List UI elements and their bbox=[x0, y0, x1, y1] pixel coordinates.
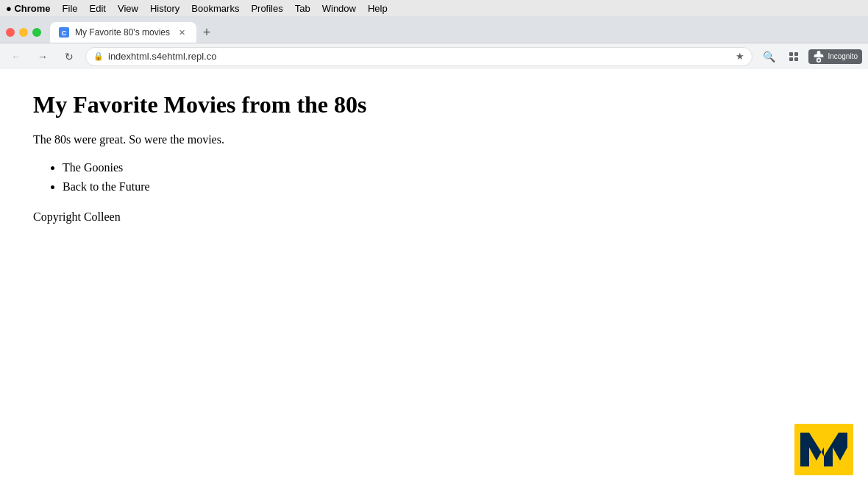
incognito-label: Incognito bbox=[828, 52, 858, 60]
page-content: My Favorite Movies from the 80s The 80s … bbox=[0, 69, 868, 490]
menu-profiles[interactable]: Profiles bbox=[251, 3, 282, 14]
window-controls bbox=[6, 28, 41, 37]
lock-icon: 🔒 bbox=[93, 52, 104, 61]
tab-title: My Favorite 80's movies bbox=[75, 27, 170, 38]
copyright-text: Copyright Colleen bbox=[33, 210, 835, 224]
incognito-badge: Incognito bbox=[808, 49, 862, 64]
close-button[interactable] bbox=[6, 28, 15, 37]
svg-rect-3 bbox=[794, 52, 798, 56]
menu-tab[interactable]: Tab bbox=[295, 3, 310, 14]
search-icon[interactable]: 🔍 bbox=[758, 46, 779, 67]
reload-button[interactable]: ↻ bbox=[59, 46, 79, 67]
page-description: The 80s were great. So were the movies. bbox=[33, 133, 835, 146]
movie-list: The Goonies Back to the Future bbox=[63, 158, 835, 196]
menu-help[interactable]: Help bbox=[368, 3, 388, 14]
bookmark-star-icon[interactable]: ★ bbox=[736, 51, 744, 62]
tab-bar: C My Favorite 80's movies ✕ + bbox=[0, 16, 868, 43]
tab-favicon: C bbox=[59, 27, 69, 38]
url-text: indexhtml.s4ehtml.repl.co bbox=[108, 51, 731, 62]
menu-edit[interactable]: Edit bbox=[90, 3, 106, 14]
toolbar-right: 🔍 Incognito bbox=[758, 46, 862, 67]
svg-rect-2 bbox=[789, 52, 793, 56]
forward-button[interactable]: → bbox=[32, 46, 53, 67]
active-tab[interactable]: C My Favorite 80's movies ✕ bbox=[50, 22, 196, 43]
list-item: Back to the Future bbox=[63, 177, 835, 196]
chrome-window: C My Favorite 80's movies ✕ + ← → ↻ 🔒 in… bbox=[0, 16, 868, 490]
menu-history[interactable]: History bbox=[150, 3, 179, 14]
michigan-logo bbox=[794, 424, 853, 475]
page-title: My Favorite Movies from the 80s bbox=[33, 91, 835, 118]
new-tab-button[interactable]: + bbox=[196, 22, 217, 43]
menu-app-name: ● Chrome bbox=[6, 3, 51, 14]
svg-text:C: C bbox=[62, 29, 67, 37]
address-bar: ← → ↻ 🔒 indexhtml.s4ehtml.repl.co ★ 🔍 bbox=[0, 43, 868, 69]
menu-file[interactable]: File bbox=[63, 3, 78, 14]
menu-view[interactable]: View bbox=[118, 3, 138, 14]
maximize-button[interactable] bbox=[32, 28, 41, 37]
menu-bar: ● Chrome File Edit View History Bookmark… bbox=[0, 0, 868, 16]
menu-window[interactable]: Window bbox=[322, 3, 356, 14]
svg-rect-5 bbox=[794, 57, 798, 61]
back-button[interactable]: ← bbox=[6, 46, 26, 67]
url-bar[interactable]: 🔒 indexhtml.s4ehtml.repl.co ★ bbox=[85, 47, 753, 66]
menu-bookmarks[interactable]: Bookmarks bbox=[191, 3, 239, 14]
list-item: The Goonies bbox=[63, 158, 835, 177]
tab-close-button[interactable]: ✕ bbox=[176, 26, 188, 38]
svg-rect-4 bbox=[789, 57, 793, 61]
extensions-icon[interactable] bbox=[783, 46, 804, 67]
minimize-button[interactable] bbox=[19, 28, 28, 37]
